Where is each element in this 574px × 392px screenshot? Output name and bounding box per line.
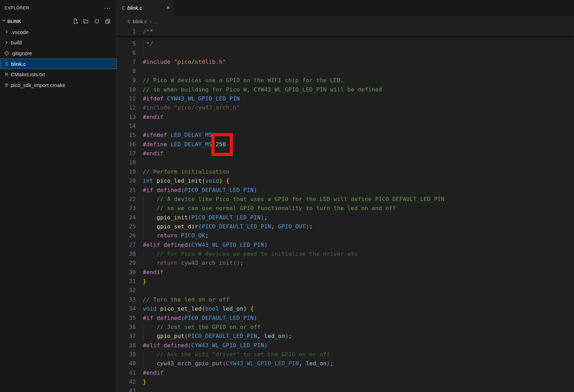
code-line-9[interactable]: 9// Pico W devices use a GPIO on the WIF…: [117, 76, 574, 85]
sticky-line-1[interactable]: 1/**: [117, 27, 574, 36]
sticky-scroll-line[interactable]: 1/**: [117, 27, 574, 36]
line-number: 1: [117, 27, 136, 36]
line-number: 36: [117, 323, 136, 332]
code-line-8[interactable]: 8: [117, 67, 574, 76]
sidebar-item--vscode[interactable]: .vscode: [0, 27, 116, 37]
code-editor[interactable]: 4 * SPDX-License-Identifier: BSD-3-Claus…: [117, 27, 574, 392]
code-line-15[interactable]: 15#ifndef LED_DELAY_MS: [117, 131, 574, 140]
tab-blink-c[interactable]: C blink.c ×: [117, 0, 174, 16]
code-line-37[interactable]: 37 gpio_put(PICO_DEFAULT_LED_PIN, led_on…: [117, 332, 574, 341]
line-number: 33: [117, 295, 136, 304]
breadcrumb-file[interactable]: blink.c: [133, 19, 147, 24]
c-file-icon: C: [122, 5, 124, 11]
line-content: }: [143, 377, 146, 386]
chevron-right-icon: [3, 40, 10, 45]
code-line-35[interactable]: 35#if defined(PICO_DEFAULT_LED_PIN): [117, 314, 574, 323]
sidebar-item-build[interactable]: build: [0, 37, 116, 48]
line-content: gpio_put(PICO_DEFAULT_LED_PIN, led_on);: [143, 332, 292, 341]
code-line-29[interactable]: 29 return cyw43_arch_init();: [117, 259, 574, 268]
editor-tab-bar: C blink.c ×: [117, 0, 574, 16]
code-line-17[interactable]: 17#endif: [117, 149, 574, 158]
close-icon[interactable]: ×: [165, 4, 171, 11]
code-line-5[interactable]: 5 */: [117, 40, 574, 49]
code-line-10[interactable]: 10// so when building for Pico W, CYW43_…: [117, 85, 574, 94]
code-line-18[interactable]: 18: [117, 158, 574, 167]
sidebar-item-blink-c[interactable]: Cblink.c: [0, 59, 116, 69]
code-line-11[interactable]: 11#ifdef CYW43_WL_GPIO_LED_PIN: [117, 94, 574, 103]
breadcrumb: C blink.c › …: [117, 16, 574, 27]
code-line-42[interactable]: 42}: [117, 377, 574, 386]
line-number: 10: [117, 85, 136, 94]
line-number: 37: [117, 332, 136, 341]
collapse-all-icon[interactable]: [105, 18, 111, 24]
line-content: // Just set the GPIO on or off: [143, 323, 261, 332]
code-line-14[interactable]: 14: [117, 122, 574, 131]
code-line-27[interactable]: 27#elif defined(CYW43_WL_GPIO_LED_PIN): [117, 241, 574, 250]
code-line-16[interactable]: 16#define LED_DELAY_MS 250: [117, 140, 574, 149]
line-content: // For Pico W devices we need to initial…: [143, 250, 358, 259]
code-line-26[interactable]: 26 return PICO_OK;: [117, 231, 574, 240]
code-line-34[interactable]: 34void pico_set_led(bool led_on) {: [117, 304, 574, 313]
code-line-33[interactable]: 33// Turn the led on or off: [117, 295, 574, 304]
code-line-12[interactable]: 12#include "pico/cyw43_arch.h": [117, 103, 574, 112]
c-file-icon: C: [128, 19, 130, 24]
code-line-43[interactable]: 43: [117, 386, 574, 392]
new-folder-icon[interactable]: [83, 18, 89, 24]
code-line-31[interactable]: 31}: [117, 277, 574, 286]
line-number: 12: [117, 103, 136, 112]
code-line-40[interactable]: 40 cyw43_arch_gpio_put(CYW43_WL_GPIO_LED…: [117, 359, 574, 368]
code-line-6[interactable]: 6: [117, 49, 574, 58]
line-content: // A device like Pico that uses a GPIO f…: [143, 195, 444, 204]
code-line-23[interactable]: 23 // so we can use normal GPIO function…: [117, 204, 574, 213]
line-content: */: [143, 40, 153, 49]
breadcrumb-symbol[interactable]: …: [154, 19, 159, 24]
line-number: 16: [117, 140, 136, 149]
code-line-32[interactable]: 32: [117, 286, 574, 295]
line-content: return PICO_OK;: [143, 231, 209, 240]
sidebar-item-pico-sdk-import-cmake[interactable]: pico_sdk_import.cmake: [0, 80, 116, 90]
line-content: gpio_init(PICO_DEFAULT_LED_PIN);: [143, 213, 268, 222]
line-number: 41: [117, 368, 136, 377]
line-number: 21: [117, 186, 136, 195]
lines-file-icon: [3, 82, 10, 88]
line-number: 23: [117, 204, 136, 213]
explorer-titlebar: EXPLORER ···: [0, 0, 116, 16]
line-number: 14: [117, 122, 136, 131]
code-line-36[interactable]: 36 // Just set the GPIO on or off: [117, 323, 574, 332]
line-number: 40: [117, 359, 136, 368]
c-file-icon: C: [3, 61, 11, 67]
code-line-25[interactable]: 25 gpio_set_dir(PICO_DEFAULT_LED_PIN, GP…: [117, 222, 574, 231]
code-line-30[interactable]: 30#endif: [117, 268, 574, 277]
line-number: 22: [117, 195, 136, 204]
refresh-icon[interactable]: [94, 18, 100, 24]
explorer-title: EXPLORER: [5, 6, 29, 10]
line-content: #if defined(PICO_DEFAULT_LED_PIN): [143, 314, 257, 323]
sidebar-item-cmakelists-txt[interactable]: MCMakeLists.txt: [0, 69, 116, 80]
more-actions-icon[interactable]: ···: [104, 6, 111, 10]
sidebar-item--gitignore[interactable]: .gitignore: [0, 48, 116, 59]
code-line-13[interactable]: 13#endif: [117, 113, 574, 122]
line-content: #if defined(PICO_DEFAULT_LED_PIN): [143, 186, 257, 195]
code-line-21[interactable]: 21#if defined(PICO_DEFAULT_LED_PIN): [117, 186, 574, 195]
line-number: 28: [117, 250, 136, 259]
line-content: cyw43_arch_gpio_put(CYW43_WL_GPIO_LED_PI…: [143, 359, 333, 368]
code-line-38[interactable]: 38#elif defined(CYW43_WL_GPIO_LED_PIN): [117, 341, 574, 350]
new-file-icon[interactable]: [72, 18, 78, 24]
code-line-7[interactable]: 7#include "pico/stdlib.h": [117, 58, 574, 67]
code-line-20[interactable]: 20int pico_led_init(void) {: [117, 176, 574, 185]
code-line-41[interactable]: 41#endif: [117, 368, 574, 377]
explorer-sidebar: EXPLORER ··· BLINK: [0, 0, 116, 392]
line-number: 25: [117, 222, 136, 231]
code-line-19[interactable]: 19// Perform initialisation: [117, 167, 574, 176]
line-content: }: [143, 277, 146, 286]
code-lines: 4 * SPDX-License-Identifier: BSD-3-Claus…: [117, 30, 574, 392]
line-number: 20: [117, 176, 136, 185]
line-content: #endif: [143, 149, 164, 158]
line-content: #endif: [143, 368, 164, 377]
code-line-22[interactable]: 22 // A device like Pico that uses a GPI…: [117, 195, 574, 204]
code-line-24[interactable]: 24 gpio_init(PICO_DEFAULT_LED_PIN);: [117, 213, 574, 222]
line-number: 31: [117, 277, 136, 286]
code-line-28[interactable]: 28 // For Pico W devices we need to init…: [117, 250, 574, 259]
code-line-39[interactable]: 39 // Ask the wifi "driver" to set the G…: [117, 350, 574, 359]
folder-section-header[interactable]: BLINK: [0, 16, 116, 27]
